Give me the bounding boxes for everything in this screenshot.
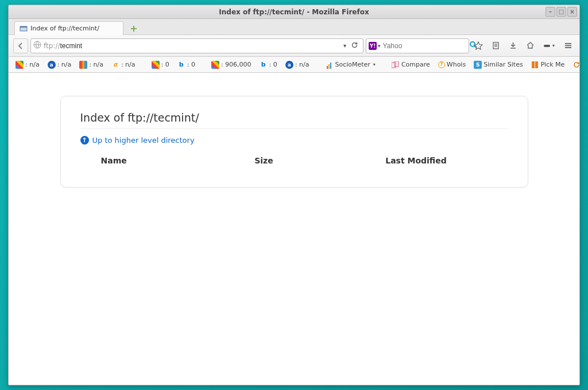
bm-alexa-rank[interactable]: a: n/a — [45, 60, 74, 70]
bm-bing-index[interactable]: b: 0 — [257, 60, 280, 70]
up-directory-link[interactable]: ↑ Up to higher level directory — [80, 136, 508, 145]
bm-sociometer[interactable]: SocioMeter▾ — [323, 60, 377, 70]
bing-icon: b — [177, 61, 185, 69]
google-icon — [152, 61, 160, 69]
bm-google-links[interactable]: : 0 — [149, 60, 172, 70]
bm-google-rank[interactable]: : n/a — [13, 60, 42, 70]
window-controls: – □ × — [546, 7, 577, 17]
svg-rect-14 — [392, 63, 396, 68]
tab-favicon-icon — [20, 25, 28, 33]
up-directory-label: Up to higher level directory — [92, 136, 195, 145]
tab-title: Index of ftp://tecmint/ — [30, 25, 99, 32]
compare-icon — [392, 61, 400, 69]
toolbar-icons: ▾ — [471, 39, 575, 53]
url-history-dropdown[interactable]: ▾ — [341, 42, 349, 49]
bm-alexa-index[interactable]: a: n/a — [283, 60, 312, 70]
column-modified: Last Modified — [324, 156, 508, 165]
url-input[interactable] — [60, 42, 341, 50]
up-arrow-icon: ↑ — [80, 136, 89, 145]
column-headers: Name Size Last Modified — [80, 154, 508, 167]
reload-button[interactable] — [349, 41, 361, 50]
page-content: Index of ftp://tecmint/ ↑ Up to higher l… — [9, 73, 579, 385]
reload-icon — [572, 61, 579, 69]
google-icon — [16, 61, 24, 69]
column-size: Size — [204, 156, 324, 165]
column-name: Name — [80, 156, 204, 165]
alpha-icon: α — [111, 61, 119, 69]
yahoo-icon: Y! — [369, 42, 377, 50]
svg-rect-1 — [20, 26, 27, 28]
home-button[interactable] — [523, 39, 537, 53]
tab-active[interactable]: Index of ftp://tecmint/ — [14, 21, 123, 35]
alexa-icon: a — [285, 61, 293, 69]
back-button[interactable] — [13, 38, 28, 53]
svg-point-10 — [548, 45, 550, 47]
bm-compare[interactable]: Compare — [389, 60, 432, 70]
google-icon — [211, 61, 219, 69]
window-title: Index of ftp://tecmint/ - Mozilla Firefo… — [219, 8, 369, 16]
svg-rect-16 — [532, 61, 535, 68]
whois-icon: ? — [438, 61, 445, 68]
menu-button[interactable] — [561, 39, 575, 53]
pick-icon — [531, 61, 539, 69]
addon-toolbar-button[interactable]: ▾ — [540, 39, 558, 53]
bm-similar-sites[interactable]: SSimilar Sites — [471, 60, 525, 70]
tab-strip: Index of ftp://tecmint/ + — [9, 19, 579, 35]
url-bar[interactable]: ftp:// ▾ — [30, 38, 363, 53]
bookmark-star-button[interactable] — [471, 39, 485, 53]
minimize-button[interactable]: – — [546, 7, 555, 17]
bm-whois[interactable]: ?Whois — [436, 60, 468, 69]
nav-toolbar: ftp:// ▾ Y! ▾ — [9, 35, 579, 57]
bm-bing-links[interactable]: b: 0 — [175, 60, 198, 70]
bookmarks-toolbar: : n/a a: n/a : n/a α: n/a : 0 b: 0 : 906… — [9, 57, 579, 73]
bing-icon: b — [260, 61, 268, 69]
url-scheme: ftp:// — [44, 42, 60, 50]
svg-rect-15 — [394, 61, 399, 67]
bm-multi-rank[interactable]: : n/a — [77, 60, 106, 70]
downloads-button[interactable] — [506, 39, 520, 53]
bars-icon — [325, 61, 333, 69]
multi-icon — [79, 61, 87, 69]
page-heading: Index of ftp://tecmint/ — [80, 111, 508, 129]
similar-icon: S — [474, 61, 482, 69]
bm-google-index[interactable]: : 906,000 — [209, 60, 254, 70]
site-identity-icon[interactable] — [33, 41, 41, 50]
alexa-icon: a — [48, 61, 56, 69]
bm-pick-me[interactable]: Pick Me — [529, 60, 567, 70]
directory-listing-panel: Index of ftp://tecmint/ ↑ Up to higher l… — [60, 96, 528, 188]
window-titlebar: Index of ftp://tecmint/ - Mozilla Firefo… — [9, 5, 579, 19]
close-button[interactable]: × — [567, 7, 577, 17]
search-box[interactable]: Y! ▾ — [366, 38, 469, 53]
maximize-button[interactable]: □ — [556, 7, 566, 17]
bm-alpha-rank[interactable]: α: n/a — [109, 60, 138, 70]
chevron-down-icon: ▾ — [373, 62, 376, 67]
new-tab-button[interactable]: + — [127, 22, 141, 34]
search-provider-dropdown[interactable]: Y! ▾ — [369, 42, 383, 50]
reading-list-button[interactable] — [489, 39, 502, 53]
svg-rect-17 — [535, 61, 538, 68]
search-input[interactable] — [383, 42, 469, 50]
bm-reload[interactable]: Reloa — [570, 60, 579, 70]
firefox-window: Index of ftp://tecmint/ - Mozilla Firefo… — [8, 5, 580, 385]
